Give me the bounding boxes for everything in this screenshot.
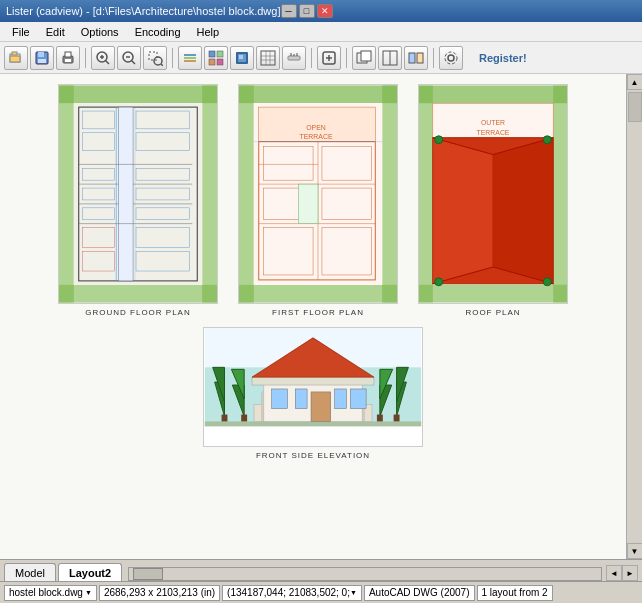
close-button[interactable]: ✕: [317, 4, 333, 18]
svg-rect-50: [59, 85, 217, 103]
svg-rect-45: [409, 53, 415, 63]
zoom-window-button[interactable]: [143, 46, 167, 70]
svg-rect-23: [217, 51, 223, 57]
plus-button[interactable]: [317, 46, 341, 70]
svg-point-119: [543, 278, 551, 286]
settings-button[interactable]: [439, 46, 463, 70]
svg-rect-42: [361, 51, 371, 61]
scrollbar-right[interactable]: ▲ ▼: [626, 74, 642, 559]
filename-dropdown-arrow[interactable]: ▼: [85, 589, 92, 596]
svg-line-10: [106, 60, 110, 64]
svg-rect-1: [12, 52, 17, 55]
plans-bottom-row: FRONT SIDE ELEVATION: [10, 327, 616, 460]
format-text: AutoCAD DWG (2007): [369, 587, 470, 598]
measure-button[interactable]: [282, 46, 306, 70]
svg-rect-103: [419, 85, 433, 302]
coordinates-text: (134187,044; 21083,502; 0;: [227, 587, 350, 598]
render-button[interactable]: [230, 46, 254, 70]
svg-rect-46: [417, 53, 423, 63]
svg-rect-8: [65, 59, 71, 62]
svg-text:OPEN: OPEN: [306, 124, 326, 131]
scroll-right-arrow[interactable]: ►: [622, 565, 638, 581]
ground-floor-container: GROUND FLOOR PLAN: [58, 84, 218, 317]
svg-rect-20: [184, 57, 196, 59]
tab-layout2[interactable]: Layout2: [58, 563, 122, 581]
svg-rect-142: [272, 389, 288, 409]
layer-button[interactable]: [178, 46, 202, 70]
svg-marker-111: [493, 138, 553, 284]
svg-rect-19: [184, 54, 196, 56]
first-floor-label: FIRST FLOOR PLAN: [272, 308, 364, 317]
svg-rect-21: [184, 60, 196, 62]
menu-help[interactable]: Help: [189, 22, 228, 41]
separator-4: [346, 48, 347, 68]
grid-button[interactable]: [256, 46, 280, 70]
register-button[interactable]: Register!: [471, 49, 535, 67]
svg-point-47: [448, 55, 454, 61]
layouts-section: 1 layout from 2: [477, 585, 553, 601]
elevation-svg: [203, 327, 423, 447]
split-view-button[interactable]: [378, 46, 402, 70]
tab-bar: Model Layout2 ◄ ►: [0, 559, 642, 581]
svg-rect-83: [239, 285, 397, 303]
svg-line-18: [161, 64, 163, 66]
filename-section[interactable]: hostel block.dwg ▼: [4, 585, 97, 601]
svg-rect-99: [298, 184, 318, 224]
svg-text:TERRACE: TERRACE: [477, 129, 510, 136]
svg-rect-105: [419, 285, 567, 303]
copy-view-button[interactable]: [352, 46, 376, 70]
layouts-text: 1 layout from 2: [482, 587, 548, 598]
menu-file[interactable]: File: [4, 22, 38, 41]
svg-rect-102: [419, 85, 567, 103]
svg-line-14: [132, 60, 136, 64]
canvas-area[interactable]: GROUND FLOOR PLAN: [0, 74, 626, 559]
svg-point-116: [435, 136, 443, 144]
menu-options[interactable]: Options: [73, 22, 127, 41]
minimize-button[interactable]: ─: [281, 4, 297, 18]
zoom-out-button[interactable]: [117, 46, 141, 70]
svg-point-117: [543, 136, 551, 144]
svg-text:TERRACE: TERRACE: [300, 133, 333, 140]
scroll-left-arrow[interactable]: ◄: [606, 565, 622, 581]
svg-rect-135: [377, 415, 383, 422]
format-section: AutoCAD DWG (2007): [364, 585, 475, 601]
svg-rect-2: [10, 56, 20, 62]
separator-3: [311, 48, 312, 68]
compare-button[interactable]: [404, 46, 428, 70]
svg-rect-132: [394, 415, 400, 422]
save-button[interactable]: [30, 46, 54, 70]
main-area: GROUND FLOOR PLAN: [0, 74, 642, 559]
menu-edit[interactable]: Edit: [38, 22, 73, 41]
svg-rect-7: [65, 52, 71, 57]
roof-plan-label: ROOF PLAN: [465, 308, 520, 317]
scroll-thumb[interactable]: [628, 92, 642, 122]
svg-marker-110: [433, 138, 493, 284]
svg-rect-56: [118, 107, 133, 281]
menu-encoding[interactable]: Encoding: [127, 22, 189, 41]
elevation-container: FRONT SIDE ELEVATION: [203, 327, 423, 460]
print-button[interactable]: [56, 46, 80, 70]
svg-rect-51: [59, 85, 74, 302]
coord-dropdown-arrow[interactable]: ▼: [350, 589, 357, 596]
scroll-down-arrow[interactable]: ▼: [627, 543, 643, 559]
dimensions-section: 2686,293 x 2103,213 (in): [99, 585, 220, 601]
svg-rect-147: [252, 377, 374, 385]
scroll-up-arrow[interactable]: ▲: [627, 74, 643, 90]
view-button[interactable]: [204, 46, 228, 70]
svg-rect-34: [288, 56, 300, 60]
toolbar: Register!: [0, 42, 642, 74]
open-file-button[interactable]: [4, 46, 28, 70]
zoom-in-button[interactable]: [91, 46, 115, 70]
drawing-canvas: GROUND FLOOR PLAN: [0, 74, 626, 559]
tab-model[interactable]: Model: [4, 563, 56, 581]
svg-point-118: [435, 278, 443, 286]
roof-plan-container: OUTER TERRACE: [418, 84, 568, 317]
svg-rect-22: [209, 51, 215, 57]
svg-rect-29: [261, 51, 275, 65]
svg-rect-4: [38, 52, 44, 57]
title-bar-text: Lister (cadview) - [d:\Files\Architectur…: [6, 5, 281, 17]
first-floor-container: OPEN TERRACE: [238, 84, 398, 317]
separator-1: [85, 48, 86, 68]
maximize-button[interactable]: □: [299, 4, 315, 18]
svg-rect-129: [241, 415, 247, 422]
